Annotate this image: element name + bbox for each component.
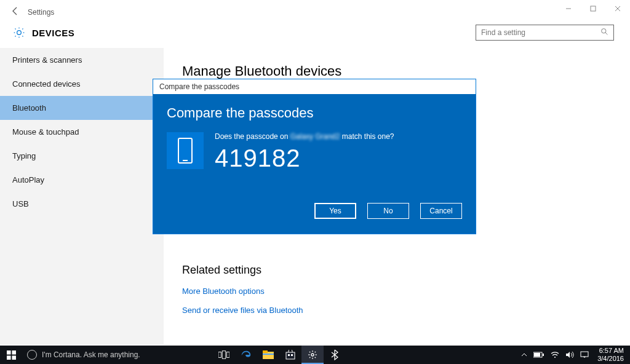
sidebar-item-label: Mouse & touchpad [12,127,79,136]
bluetooth-icon[interactable] [324,346,346,364]
cortana-placeholder: I'm Cortana. Ask me anything. [42,350,140,359]
maximize-button[interactable] [581,0,605,18]
minimize-button[interactable] [556,0,581,18]
sidebar-item-typing[interactable]: Typing [0,144,164,168]
dialog-buttons: Yes No Cancel [167,203,462,219]
svg-point-23 [554,357,556,358]
clock-time: 6:57 AM [597,347,624,355]
cortana-icon [27,350,37,360]
link-more-bluetooth[interactable]: More Bluetooth options [182,282,612,301]
section-title: DEVICES [32,28,74,38]
clock[interactable]: 6:57 AM 3/4/2016 [595,347,626,362]
page-title: Manage Bluetooth devices [182,63,612,79]
sidebar-item-autoplay[interactable]: AutoPlay [0,168,164,192]
gear-icon [12,26,26,39]
svg-rect-7 [12,350,16,355]
passcode-dialog: Compare the passcodes Compare the passco… [153,79,476,234]
svg-rect-4 [178,138,192,163]
no-button[interactable]: No [367,203,409,219]
sidebar-item-label: USB [12,199,29,208]
sidebar-item-label: AutoPlay [12,175,44,184]
svg-rect-11 [222,351,225,359]
svg-rect-15 [263,354,274,355]
sidebar-item-bluetooth[interactable]: Bluetooth [0,96,164,120]
related-settings-heading: Related settings [182,264,612,277]
sidebar: Printers & scanners Connected devices Bl… [0,48,164,344]
start-button[interactable] [0,346,22,364]
svg-rect-10 [218,352,221,358]
svg-rect-12 [227,352,230,358]
dialog-device-name: Galaxy Grand2 [290,132,340,141]
svg-point-2 [602,29,606,33]
back-button[interactable] [6,6,25,18]
phone-icon [167,132,204,169]
cancel-button[interactable]: Cancel [420,203,462,219]
dialog-question-suffix: match this one? [340,132,394,141]
sidebar-item-usb[interactable]: USB [0,192,164,216]
svg-rect-5 [183,160,188,161]
search-input[interactable] [481,28,600,37]
clock-date: 3/4/2016 [597,355,624,363]
task-icons [213,346,346,364]
battery-icon[interactable] [533,352,544,358]
dialog-question-prefix: Does the passcode on [215,132,290,141]
svg-rect-24 [581,352,588,357]
passcode-value: 419182 [215,144,394,172]
svg-rect-16 [286,352,295,359]
svg-rect-1 [591,6,596,11]
wifi-icon[interactable] [551,351,559,358]
edge-icon[interactable] [235,346,257,364]
sidebar-item-label: Connected devices [12,79,81,89]
settings-icon[interactable] [301,346,324,364]
sidebar-item-label: Printers & scanners [12,55,82,65]
window-titlebar: Settings [0,0,630,25]
svg-rect-14 [263,350,268,353]
sidebar-item-label: Typing [12,151,36,160]
window-controls [556,0,630,18]
file-explorer-icon[interactable] [257,346,279,364]
dialog-question: Does the passcode on Galaxy Grand2 match… [215,132,394,141]
svg-rect-8 [7,355,11,360]
store-icon[interactable] [279,346,301,364]
svg-rect-6 [7,350,11,355]
tray-chevron-up-icon[interactable] [521,352,527,357]
volume-icon[interactable] [565,351,574,358]
dialog-titlebar: Compare the passcodes [153,79,476,94]
action-center-icon[interactable] [580,351,589,358]
header: DEVICES [0,25,630,48]
svg-rect-17 [288,354,290,356]
system-tray: 6:57 AM 3/4/2016 [521,346,630,364]
search-icon [600,28,608,38]
yes-button[interactable]: Yes [314,203,356,219]
sidebar-item-label: Bluetooth [12,103,46,113]
svg-rect-22 [534,353,540,357]
svg-rect-18 [291,354,293,356]
svg-line-3 [605,33,607,34]
taskbar: I'm Cortana. Ask me anything. 6:57 AM 3/… [0,346,630,364]
sidebar-item-printers[interactable]: Printers & scanners [0,48,164,72]
sidebar-item-connected-devices[interactable]: Connected devices [0,72,164,96]
cortana-search[interactable]: I'm Cortana. Ask me anything. [22,346,213,364]
svg-point-19 [311,354,314,356]
dialog-body: Compare the passcodes Does the passcode … [153,94,476,234]
dialog-heading: Compare the passcodes [167,105,462,121]
svg-rect-9 [12,355,16,360]
search-box[interactable] [476,25,614,41]
task-view-icon[interactable] [213,346,235,364]
svg-rect-21 [543,354,544,356]
close-button[interactable] [605,0,630,18]
link-send-receive-files[interactable]: Send or receive files via Bluetooth [182,301,612,320]
window-title: Settings [28,8,54,17]
sidebar-item-mouse[interactable]: Mouse & touchpad [0,120,164,144]
